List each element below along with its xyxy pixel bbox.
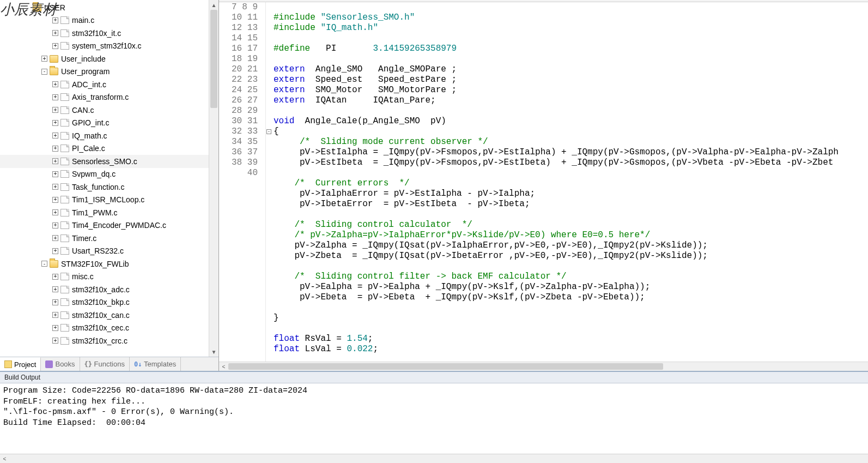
tree-item-label: STM32F10x_FWLib: [61, 260, 129, 268]
tree-file[interactable]: +Tim1_PWM.c: [0, 206, 218, 219]
tree-item-label: Tim1_ISR_MCLoop.c: [72, 195, 144, 204]
tree-file[interactable]: +ADC_int.c: [0, 78, 218, 91]
tab-templates[interactable]: 0↓ Templates: [130, 357, 181, 371]
tree-root[interactable]: USER: [0, 1, 218, 14]
tree-file[interactable]: +Usart_RS232.c: [0, 245, 218, 258]
tree-toggle-icon[interactable]: +: [52, 158, 58, 164]
tree-folder[interactable]: -User_program: [0, 65, 218, 79]
tree-toggle-icon[interactable]: +: [52, 184, 58, 190]
tree-folder[interactable]: -STM32F10x_FWLib: [0, 257, 218, 270]
tab-project[interactable]: Project: [0, 357, 41, 371]
tree-toggle-icon[interactable]: +: [52, 248, 58, 254]
functions-icon: {}: [84, 360, 92, 368]
editor-tabbar[interactable]: [219, 0, 868, 2]
tree-toggle-icon[interactable]: +: [41, 56, 47, 62]
tree-item-label: Tim4_Encoder_PWMDAC.c: [72, 221, 166, 230]
tree-file[interactable]: +Timer.c: [0, 232, 218, 245]
tree-toggle-icon[interactable]: +: [52, 17, 58, 23]
tree-toggle-icon[interactable]: +: [52, 209, 58, 215]
tree-file[interactable]: +system_stm32f10x.c: [0, 40, 218, 53]
fold-column[interactable]: -: [266, 2, 272, 362]
project-panel: USER+main.c+stm32f10x_it.c+system_stm32f…: [0, 0, 219, 371]
tree-toggle-icon[interactable]: +: [52, 81, 58, 87]
tree-file[interactable]: +stm32f10x_cec.c: [0, 322, 218, 335]
code-area[interactable]: #include "Sensorless_SMO.h" #include "IQ…: [272, 2, 868, 362]
file-icon: [60, 247, 69, 255]
tree-item-label: Tim1_PWM.c: [72, 208, 117, 217]
tree-toggle-icon[interactable]: +: [52, 235, 58, 241]
tree-file[interactable]: +stm32f10x_it.c: [0, 27, 218, 40]
file-icon: [60, 183, 69, 191]
file-icon: [60, 196, 69, 203]
project-tree[interactable]: USER+main.c+stm32f10x_it.c+system_stm32f…: [0, 0, 218, 348]
project-tabs: Project Books {} Functions 0↓ Templates: [0, 357, 218, 371]
tree-toggle-icon[interactable]: +: [52, 312, 58, 318]
tree-file[interactable]: +Axis_transform.c: [0, 91, 218, 104]
file-icon: [60, 158, 69, 165]
tree-file[interactable]: +PI_Cale.c: [0, 142, 218, 155]
tree-toggle-icon[interactable]: +: [52, 223, 58, 229]
tree-file[interactable]: +stm32f10x_adc.c: [0, 283, 218, 296]
tab-books-label: Books: [55, 360, 75, 368]
tree-file[interactable]: +main.c: [0, 14, 218, 27]
tree-toggle-icon[interactable]: +: [52, 325, 58, 331]
tab-templates-label: Templates: [144, 360, 176, 368]
scroll-down-icon[interactable]: ▼: [209, 347, 218, 357]
tree-toggle-icon[interactable]: +: [52, 274, 58, 280]
folder-icon: [50, 68, 58, 75]
file-icon: [60, 170, 69, 178]
file-icon: [60, 93, 69, 101]
file-icon: [60, 311, 69, 319]
tree-toggle-icon[interactable]: +: [52, 338, 58, 344]
tab-books[interactable]: Books: [41, 357, 80, 371]
tree-file[interactable]: +Sensorless_SMO.c: [0, 155, 218, 168]
tree-toggle-icon[interactable]: +: [52, 299, 58, 305]
scroll-thumb-h[interactable]: [228, 363, 663, 370]
editor-panel: 7 8 9 10 11 12 13 14 15 16 17 18 19 20 2…: [219, 0, 868, 371]
tree-vertical-scrollbar[interactable]: ▲ ▼: [209, 0, 218, 357]
tree-toggle-icon[interactable]: +: [52, 197, 58, 203]
tree-toggle-icon[interactable]: -: [41, 69, 47, 75]
tree-file[interactable]: +misc.c: [0, 270, 218, 284]
tree-file[interactable]: +Tim1_ISR_MCLoop.c: [0, 194, 218, 207]
tree-folder[interactable]: +User_include: [0, 52, 218, 65]
tree-toggle-icon[interactable]: +: [52, 107, 58, 113]
tree-toggle-icon[interactable]: +: [52, 133, 58, 139]
tree-toggle-icon[interactable]: +: [52, 146, 58, 152]
tree-file[interactable]: +stm32f10x_can.c: [0, 309, 218, 322]
tree-toggle-icon[interactable]: +: [52, 286, 58, 292]
scroll-left-icon[interactable]: <: [219, 364, 228, 370]
tree-item-label: User_include: [61, 55, 106, 63]
editor-horizontal-scrollbar[interactable]: <: [219, 362, 868, 371]
scroll-thumb[interactable]: [210, 10, 217, 108]
code-editor[interactable]: 7 8 9 10 11 12 13 14 15 16 17 18 19 20 2…: [219, 2, 868, 362]
tree-file[interactable]: +Svpwm_dq.c: [0, 168, 218, 181]
build-output-panel: Build Output Program Size: Code=22256 RO…: [0, 371, 868, 463]
build-output-text[interactable]: Program Size: Code=22256 RO-data=1896 RW…: [0, 383, 868, 430]
tree-file[interactable]: +stm32f10x_bkp.c: [0, 296, 218, 309]
fold-toggle-icon[interactable]: -: [266, 129, 271, 134]
tree-item-label: ADC_int.c: [72, 80, 106, 89]
tree-file[interactable]: +stm32f10x_crc.c: [0, 334, 218, 347]
tree-file[interactable]: +IQ_math.c: [0, 129, 218, 142]
build-output-scrollbar[interactable]: <: [0, 454, 868, 463]
tree-toggle-icon[interactable]: +: [52, 94, 58, 100]
tree-scroll: USER+main.c+stm32f10x_it.c+system_stm32f…: [0, 0, 218, 357]
tree-toggle-icon[interactable]: +: [52, 30, 58, 36]
tree-toggle-icon[interactable]: +: [52, 171, 58, 177]
tree-file[interactable]: +GPIO_int.c: [0, 117, 218, 130]
tree-toggle-icon[interactable]: -: [41, 261, 47, 267]
file-icon: [60, 106, 69, 114]
scroll-up-icon[interactable]: ▲: [209, 0, 218, 10]
tree-item-label: stm32f10x_cec.c: [72, 323, 129, 332]
tree-item-label: stm32f10x_it.c: [72, 29, 121, 38]
tree-toggle-icon[interactable]: +: [52, 43, 58, 49]
tree-file[interactable]: +Tim4_Encoder_PWMDAC.c: [0, 219, 218, 232]
books-icon: [45, 360, 53, 368]
scroll-left-icon[interactable]: <: [0, 454, 9, 463]
tab-functions[interactable]: {} Functions: [80, 357, 130, 371]
tree-file[interactable]: +CAN.c: [0, 104, 218, 117]
scroll-track[interactable]: [228, 362, 868, 371]
tree-file[interactable]: +Task_function.c: [0, 181, 218, 194]
tree-toggle-icon[interactable]: +: [52, 120, 58, 126]
